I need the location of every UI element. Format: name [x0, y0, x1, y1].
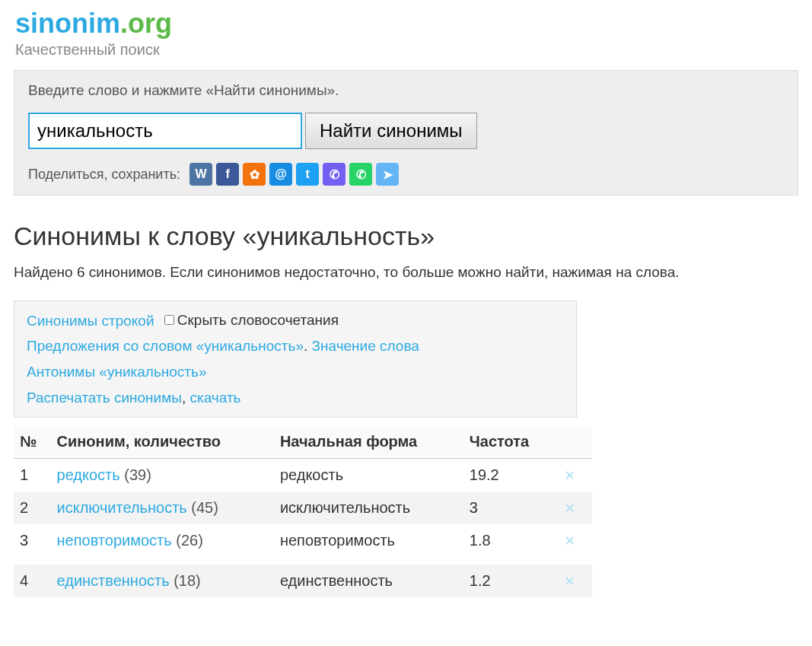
delete-icon[interactable]: ✕ [561, 533, 578, 549]
link-synonyms-line[interactable]: Синонимы строкой [27, 312, 154, 328]
hide-phrases-label: Скрыть словосочетания [177, 312, 339, 329]
link-antonyms[interactable]: Антонимы «уникальность» [27, 364, 207, 380]
odnoklassniki-icon[interactable]: ✿ [243, 163, 266, 186]
cell-delete: ✕ [555, 459, 592, 492]
cell-synonym: неповторимость (26) [51, 524, 274, 557]
link-meaning[interactable]: Значение слова [312, 338, 419, 354]
table-row: 4единственность (18)единственность1.2✕ [14, 565, 592, 597]
synonym-count: (39) [124, 466, 151, 483]
cell-num: 4 [14, 565, 51, 597]
col-num: № [14, 425, 51, 459]
page-title: Синонимы к слову «уникальность» [0, 203, 812, 262]
synonym-link[interactable]: неповторимость [57, 532, 172, 549]
link-print[interactable]: Распечатать синонимы [27, 390, 182, 406]
search-hint: Введите слово и нажмите «Найти синонимы»… [28, 82, 784, 99]
link-download[interactable]: скачать [189, 390, 240, 406]
search-input[interactable] [28, 113, 302, 149]
col-freq: Частота [463, 425, 555, 459]
share-label: Поделиться, сохранить: [28, 167, 180, 183]
cell-synonym: единственность (18) [51, 565, 274, 597]
logo-part-dot: . [120, 8, 128, 39]
cell-base: неповторимость [274, 524, 463, 557]
table-row: 3неповторимость (26)неповторимость1.8✕ [14, 524, 592, 557]
hide-phrases-checkbox[interactable] [164, 315, 174, 325]
facebook-icon[interactable]: f [216, 163, 239, 186]
table-row: 2исключительность (45)исключительность3✕ [14, 492, 592, 524]
share-row: Поделиться, сохранить: Wf✿@t✆✆➤ [28, 163, 784, 186]
cell-num: 2 [14, 492, 51, 524]
delete-icon[interactable]: ✕ [561, 501, 578, 516]
cell-freq: 19.2 [463, 459, 555, 492]
cell-synonym: исключительность (45) [51, 492, 274, 524]
col-synonym: Синоним, количество [51, 425, 274, 459]
header: sinonim.org Качественный поиск [0, 0, 812, 62]
cell-freq: 1.8 [463, 524, 555, 557]
logo[interactable]: sinonim.org [15, 8, 797, 40]
vk-icon[interactable]: W [189, 163, 212, 186]
synonym-count: (18) [174, 572, 201, 589]
mailru-icon[interactable]: @ [269, 163, 292, 186]
links-box: Синонимы строкой Скрыть словосочетания П… [14, 301, 577, 418]
delete-icon[interactable]: ✕ [561, 468, 578, 483]
synonym-count: (45) [191, 499, 218, 516]
synonym-link[interactable]: редкость [57, 466, 120, 483]
twitter-icon[interactable]: t [296, 163, 319, 186]
table-row: 1редкость (39)редкость19.2✕ [14, 459, 592, 492]
cell-delete: ✕ [555, 492, 592, 524]
synonyms-table: № Синоним, количество Начальная форма Ча… [14, 425, 592, 597]
logo-part-sinonim: sinonim [15, 8, 120, 39]
synonym-link[interactable]: исключительность [57, 499, 187, 516]
cell-num: 1 [14, 459, 51, 492]
cell-num: 3 [14, 524, 51, 557]
search-button[interactable]: Найти синонимы [305, 113, 477, 149]
cell-base: единственность [274, 565, 463, 597]
cell-base: исключительность [274, 492, 463, 524]
cell-base: редкость [274, 459, 463, 492]
search-box: Введите слово и нажмите «Найти синонимы»… [14, 70, 798, 196]
cell-synonym: редкость (39) [51, 459, 274, 492]
delete-icon[interactable]: ✕ [561, 574, 578, 589]
col-base: Начальная форма [274, 425, 463, 459]
whatsapp-icon[interactable]: ✆ [349, 163, 372, 186]
synonym-link[interactable]: единственность [57, 572, 170, 589]
cell-delete: ✕ [555, 565, 592, 597]
cell-freq: 3 [463, 492, 555, 524]
search-row: Найти синонимы [28, 113, 784, 149]
found-text: Найдено 6 синонимов. Если синонимов недо… [0, 262, 812, 301]
cell-freq: 1.2 [463, 565, 555, 597]
link-sentences[interactable]: Предложения со словом «уникальность» [27, 338, 304, 354]
logo-part-org: org [128, 8, 172, 39]
telegram-icon[interactable]: ➤ [376, 163, 399, 186]
tagline: Качественный поиск [15, 41, 797, 59]
col-delete [555, 425, 592, 459]
viber-icon[interactable]: ✆ [323, 163, 345, 186]
synonym-count: (26) [176, 532, 203, 549]
cell-delete: ✕ [555, 524, 592, 557]
